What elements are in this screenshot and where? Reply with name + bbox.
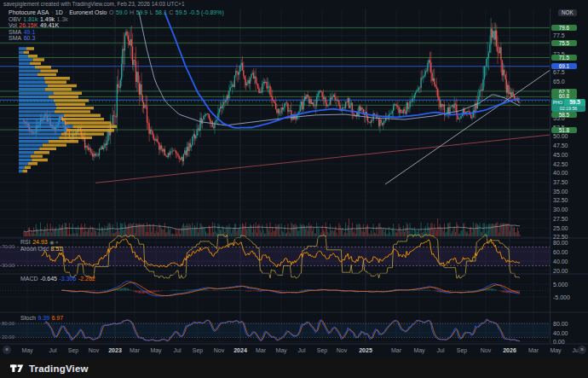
aroon-legend-token: 8.51 — [51, 246, 63, 252]
symbol-legend-token: · — [65, 9, 66, 15]
rsi-left-label: 70.00 — [2, 244, 14, 250]
stoch-legend-token: 9.39 — [37, 315, 49, 321]
symbol-legend-token: 59.5 — [176, 9, 187, 15]
obv-legend-token: 1.3k — [57, 16, 68, 22]
scroll-right-button[interactable]: » — [578, 346, 586, 354]
sma1-legend[interactable]: SMA49.1 — [9, 29, 37, 35]
symbol-legend-token: Euronext Oslo — [69, 9, 107, 15]
symbol-legend-token: -0.5 (-0.89%) — [189, 9, 224, 15]
sma1-legend-token: 49.1 — [24, 29, 36, 35]
macd-legend[interactable]: MACD-0.645-3.306-2.262 — [20, 276, 97, 282]
symbol-legend-token: 59.0 — [116, 9, 128, 15]
stoch-legend[interactable]: Stoch9.396.97 — [20, 315, 66, 321]
price-scale[interactable] — [550, 9, 588, 344]
obv-legend-token: 1.49k — [40, 16, 55, 22]
stoch-legend-token: Stoch — [20, 315, 36, 321]
last-price-value: 59.5 — [564, 99, 585, 106]
sma2-legend-token: 60.3 — [24, 35, 36, 41]
time-scale[interactable] — [0, 344, 588, 358]
sma2-legend[interactable]: SMA60.3 — [9, 35, 37, 41]
macd-legend-token: -3.306 — [59, 276, 76, 282]
stoch-left-label: 20.00 — [2, 334, 14, 340]
obv-legend-token: OBV — [9, 16, 21, 22]
aroon-legend[interactable]: Aroon Osc8.51 — [20, 246, 65, 252]
rsi-left-label: 30.00 — [2, 263, 14, 269]
currency-badge: NOK — [558, 9, 577, 16]
obv-legend-token: 1.81k — [23, 16, 37, 22]
tradingview-logo-icon[interactable] — [10, 363, 24, 374]
current-price-label: PHO 59.5 02:19:56 — [551, 99, 585, 112]
chart-canvas[interactable] — [0, 0, 588, 378]
screenshot-attribution-bar: savepiglement created with TradingView.c… — [0, 0, 588, 9]
attribution-text: savepiglement created with TradingView.c… — [3, 1, 185, 7]
volume-legend-token: 26.15K — [19, 22, 37, 28]
eye-icon[interactable]: ◉ — [49, 240, 54, 245]
aroon-legend-token: Aroon Osc — [20, 246, 49, 252]
symbol-tag: PHO — [551, 99, 564, 106]
more-icon[interactable]: × — [55, 240, 59, 245]
symbol-legend-token: 58.1 — [155, 9, 167, 15]
symbol-legend-token: L — [150, 9, 153, 15]
symbol-legend[interactable]: Photocure ASA·1D·Euronext OsloO59.0H59.9… — [9, 9, 226, 15]
obv-legend[interactable]: OBV1.81k1.49k1.3k — [9, 16, 70, 22]
macd-legend-token: MACD — [20, 276, 38, 282]
macd-legend-token: -0.645 — [40, 276, 57, 282]
tradingview-wordmark[interactable]: TradingView — [29, 363, 89, 374]
symbol-legend-token: 1D — [55, 9, 63, 15]
volume-legend-token: Vol — [9, 22, 17, 28]
footer-bar: TradingView — [0, 358, 588, 378]
rsi-legend-token: 24.93 — [32, 239, 48, 245]
stoch-left-label: 80.00 — [2, 321, 14, 327]
symbol-legend-token: 59.9 — [136, 9, 148, 15]
sma1-legend-token: SMA — [9, 29, 21, 35]
rsi-legend-token: RSI — [20, 239, 31, 245]
volume-legend[interactable]: Vol26.15K49.41K — [9, 22, 61, 28]
bar-countdown: 02:19:56 — [551, 106, 585, 112]
symbol-legend-token: H — [130, 9, 134, 15]
tradingview-chart-window: savepiglement created with TradingView.c… — [0, 0, 588, 378]
volume-legend-token: 49.41K — [40, 22, 59, 28]
symbol-legend-token: O — [109, 9, 113, 15]
symbol-legend-token: C — [169, 9, 173, 15]
scroll-left-button[interactable]: « — [3, 346, 11, 354]
symbol-legend-token: · — [51, 9, 53, 15]
sma2-legend-token: SMA — [9, 35, 21, 41]
stoch-legend-token: 6.97 — [52, 315, 64, 321]
macd-legend-token: -2.262 — [78, 276, 95, 282]
symbol-legend-token: Photocure ASA — [9, 9, 49, 15]
